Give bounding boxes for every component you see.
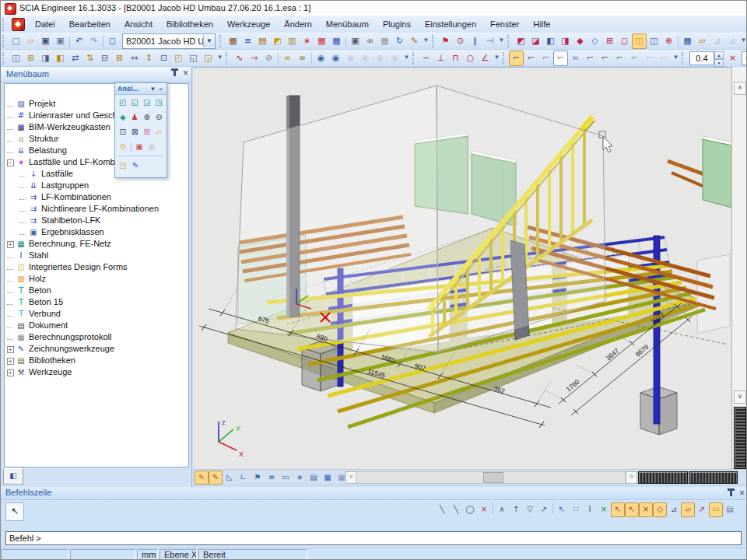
render-box-button[interactable]: ▭ — [279, 471, 293, 485]
draw-line-button[interactable]: ─ — [419, 51, 433, 66]
dimension-style-2-button[interactable]: ⊣ — [482, 33, 497, 49]
s1-stepper[interactable]: 0.4▲▼ — [689, 51, 724, 65]
print-button[interactable]: ▣ — [348, 33, 363, 49]
toolbar-overflow-button[interactable]: ▼ — [672, 51, 680, 65]
member-1d-button[interactable]: ⌐ — [509, 51, 524, 66]
menu-item-bibliotheken[interactable]: Bibliotheken — [160, 18, 220, 30]
snap-plane-button[interactable]: ▽ — [523, 502, 537, 517]
tree-item-beton-15[interactable]: TBeton 15 — [5, 296, 188, 308]
menu-item-datei[interactable]: Datei — [28, 18, 62, 30]
s2-value[interactable]: 0.25 — [742, 51, 747, 65]
collapse-icon[interactable]: − — [7, 159, 14, 166]
select-working-plane-button[interactable]: ◫ — [632, 33, 647, 49]
select-remove-button[interactable]: ◪ — [528, 33, 543, 49]
status-working-plane[interactable]: Ebene XY — [160, 549, 197, 560]
run-check-button[interactable]: → — [247, 51, 261, 66]
toolbar-grip[interactable] — [682, 52, 686, 65]
view-settings-button[interactable]: ✎ — [129, 159, 142, 172]
viewport-3d[interactable]: 675 680 11545 1660 907 362 1760 3647 867… — [193, 67, 731, 469]
disconnect-members-button[interactable]: ◉ — [328, 51, 343, 66]
zoom-search-button[interactable]: ⊙ — [453, 33, 468, 49]
view-palette-header[interactable]: Ansi... ▼ × — [115, 83, 167, 95]
member-gray-1-button[interactable]: ⌐ — [642, 51, 657, 66]
zoom-in-button[interactable]: ⊕ — [141, 110, 153, 124]
rotate-member-button[interactable]: ◧ — [53, 51, 68, 66]
snap-angle-button[interactable]: ∧ — [495, 502, 509, 517]
snap-arc-button[interactable]: ⇗ — [695, 502, 709, 517]
gallery-button[interactable]: ▤ — [255, 33, 270, 49]
menu-item-hilfe[interactable]: Hilfe — [526, 18, 557, 30]
link-hinged-button[interactable]: ∞ — [295, 51, 310, 66]
tree-item-holz[interactable]: ▥Holz — [5, 273, 188, 285]
toolbar-overflow-button[interactable]: ▼ — [497, 34, 506, 48]
scroll-down-icon[interactable]: ∨ — [734, 390, 746, 404]
view-top-button[interactable]: ◰ — [117, 96, 129, 109]
snap-profile-button[interactable]: I — [583, 502, 597, 517]
layers-button[interactable]: ≡ — [240, 33, 255, 49]
transform-button[interactable]: ◩ — [270, 33, 285, 49]
polyline-edit-button[interactable]: ∿ — [232, 51, 247, 66]
open-project-button[interactable]: ▱ — [23, 33, 38, 49]
render-shaded-button[interactable]: ✎ — [209, 471, 223, 485]
s2-stepper[interactable]: 0.25▲▼ — [742, 51, 747, 65]
link-rigid-button[interactable]: ∞ — [280, 51, 295, 66]
select-polygon-button[interactable]: ⊞ — [602, 33, 617, 49]
menu-item-ansicht[interactable]: Ansicht — [117, 18, 160, 30]
cursor-snap-settings-button[interactable]: ↖ — [555, 502, 569, 517]
view-front-button[interactable]: ◱ — [129, 96, 142, 109]
save-button[interactable]: ▣ — [38, 33, 53, 49]
snap-tangent-button[interactable]: ⊿ — [667, 502, 681, 517]
mark-view-button[interactable]: ⚑ — [251, 471, 265, 485]
snap-orthogonal-button[interactable]: ◇ — [653, 502, 667, 517]
chevron-down-icon[interactable]: ▼ — [148, 86, 157, 93]
toolbar-grip[interactable] — [2, 52, 7, 65]
menu-item-werkzeuge[interactable]: Werkzeuge — [220, 18, 277, 30]
snap-line-button[interactable]: ╲ — [435, 502, 449, 517]
scroll-right-icon[interactable]: > — [626, 471, 637, 484]
snap-intersections-button[interactable]: × — [639, 502, 653, 517]
close-icon[interactable]: × — [739, 488, 745, 498]
tree-item-beton[interactable]: TBeton — [5, 285, 188, 296]
menu-item-einstellungen[interactable]: Einstellungen — [418, 18, 483, 30]
dark-scrollbar-segment-1[interactable] — [638, 471, 688, 484]
viewport-3d-scene[interactable]: 675 680 11545 1660 907 362 1760 3647 867… — [193, 68, 731, 469]
select-none-button[interactable]: ◆ — [573, 33, 587, 49]
menu-item-bearbeiten[interactable]: Bearbeiten — [62, 18, 117, 30]
chevron-down-icon[interactable]: ▼ — [203, 35, 215, 47]
toolbar-grip[interactable] — [432, 35, 437, 47]
vertical-scrollbar-thumb[interactable] — [734, 407, 746, 469]
joint-3-button[interactable]: ◉ — [373, 51, 388, 66]
axo-dimension-button[interactable]: ◺ — [223, 471, 237, 485]
joint-1-button[interactable]: ◉ — [343, 51, 358, 66]
table-composer-button[interactable]: ▦ — [377, 33, 392, 49]
menu-item-menübaum[interactable]: Menübaum — [319, 18, 376, 30]
joint-2-button[interactable]: ◉ — [358, 51, 373, 66]
adjust-view-button[interactable]: ≡ — [265, 471, 279, 485]
spray-view-button[interactable]: ∗ — [293, 471, 307, 485]
trim-member-button[interactable]: ⊟ — [97, 51, 112, 66]
tree-item-stahlbeton-lfk[interactable]: ⇉Stahlbeton-LFK — [5, 215, 188, 226]
enlarge-button[interactable]: ⊡ — [156, 51, 171, 66]
stretch-members-button[interactable]: ⇅ — [82, 51, 97, 66]
draw-circle-button[interactable]: ○ — [463, 51, 478, 66]
s1-value[interactable]: 0.4 — [689, 51, 714, 65]
toolbar-overflow-button[interactable]: ▼ — [402, 51, 411, 65]
scia-menu-icon[interactable] — [12, 18, 25, 31]
menu-item-fenster[interactable]: Fenster — [483, 18, 526, 30]
joint-4-button[interactable]: ◉ — [388, 51, 402, 66]
snap-incline-button[interactable]: ↗ — [537, 502, 551, 517]
close-icon[interactable]: × — [183, 68, 188, 78]
member-haunch-button[interactable]: ⌐ — [598, 51, 612, 66]
tree-item-lf-kombinationen[interactable]: ⇉LF-Kombinationen — [5, 191, 188, 203]
snap-off-button[interactable]: × — [597, 502, 611, 517]
redo-button[interactable]: ↷ — [86, 33, 101, 49]
snap-midpoints-button[interactable]: ↖ — [625, 502, 639, 517]
filter-2-button[interactable]: ⊿ — [724, 33, 739, 49]
toolbar-overflow-button[interactable]: ▼ — [216, 51, 224, 65]
tree-item-integriertes-design-forms[interactable]: ◫Integriertes Design Forms — [5, 261, 188, 273]
copy-node-button[interactable]: ⊞ — [23, 51, 38, 66]
tree-item-berechnungsprotokoll[interactable]: ▦Berechnungsprotokoll — [5, 331, 188, 343]
load-table-button[interactable]: ▦ — [329, 33, 344, 49]
extend-horizontal-button[interactable]: ↔ — [127, 51, 142, 66]
toolbar-grip[interactable] — [503, 52, 507, 65]
